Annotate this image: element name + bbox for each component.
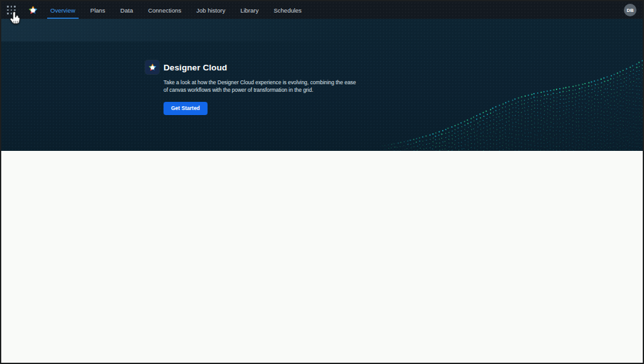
alteryx-logo-icon[interactable] [28,5,38,16]
hero-banner: Designer Cloud Take a look at how the De… [1,19,643,151]
top-navigation-bar: Overview Plans Data Connections Job hist… [1,1,643,19]
designer-cloud-app-icon [145,60,159,74]
alteryx-star-icon [148,63,157,72]
tab-plans[interactable]: Plans [89,1,108,19]
tab-overview[interactable]: Overview [48,1,77,19]
primary-tabs: Overview Plans Data Connections Job hist… [48,1,304,19]
hero-description: Take a look at how the Designer Cloud ex… [164,79,357,94]
tab-data[interactable]: Data [118,1,135,19]
main-content-area [1,151,643,363]
get-started-button[interactable]: Get Started [164,102,208,115]
hero-title: Designer Cloud [164,63,227,72]
user-avatar[interactable]: DB [624,4,636,16]
tab-connections[interactable]: Connections [146,1,183,19]
wave-mesh-graphic [372,19,643,151]
apps-grid-icon[interactable] [6,5,16,15]
tab-library[interactable]: Library [238,1,260,19]
app-window: Overview Plans Data Connections Job hist… [0,0,644,364]
tab-job-history[interactable]: Job history [194,1,227,19]
hero-content: Designer Cloud Take a look at how the De… [145,60,359,115]
tab-schedules[interactable]: Schedules [272,1,303,19]
